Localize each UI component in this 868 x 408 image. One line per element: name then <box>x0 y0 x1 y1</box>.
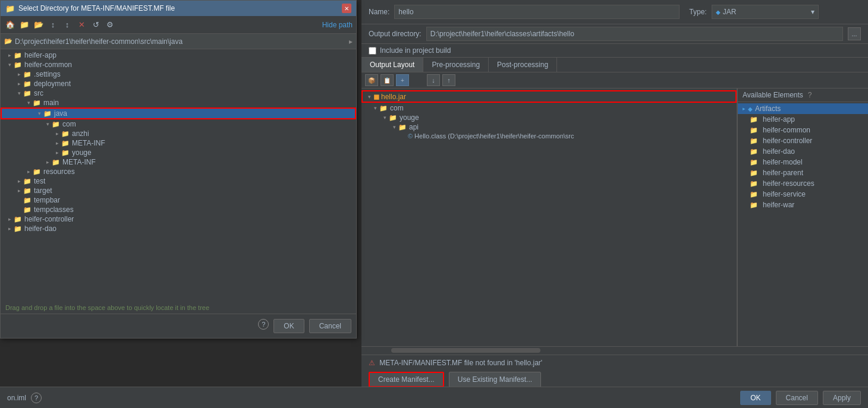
tree-item-youge[interactable]: ▾ 📁 youge <box>361 113 737 122</box>
tab-output-layout[interactable]: Output Layout <box>361 58 423 72</box>
dialog-toolbar: 🏠 📁 📂 ↕ ↕ ✕ ↺ ⚙ Hide path <box>1 16 356 34</box>
scrollbar-thumb[interactable] <box>391 348 540 353</box>
tab-pre-processing[interactable]: Pre-processing <box>423 58 489 72</box>
avail-item-heifer-resources[interactable]: 📁 heifer-resources <box>738 178 868 189</box>
hide-path-button[interactable]: Hide path <box>322 21 353 29</box>
avail-item-heifer-app[interactable]: 📁 heifer-app <box>738 114 868 125</box>
tree-item-youge[interactable]: ▸ 📁 youge <box>1 148 356 157</box>
avail-label: heifer-dao <box>763 147 795 156</box>
horizontal-scrollbar[interactable] <box>361 348 868 355</box>
arrow-icon: ▸ <box>53 150 61 156</box>
tree-label: youge <box>72 148 92 157</box>
tree-item-anzhi[interactable]: ▸ 📁 anzhi <box>1 129 356 138</box>
avail-item-heifer-model[interactable]: 📁 heifer-model <box>738 157 868 167</box>
help-button[interactable]: ? <box>258 319 269 330</box>
tree-label: META-INF <box>62 158 96 166</box>
tree-item-heifer-app[interactable]: ▸ 📁 heifer-app <box>1 50 356 60</box>
arrow-icon: ▸ <box>43 159 52 165</box>
avail-item-heifer-service[interactable]: 📁 heifer-service <box>738 189 868 200</box>
type-select[interactable]: ◆ JAR ▾ <box>712 5 819 19</box>
move-down-btn[interactable]: ↓ <box>427 74 440 86</box>
tree-item-api[interactable]: ▾ 📁 api <box>361 122 737 132</box>
tree-item-src[interactable]: ▾ 📁 src <box>1 88 356 98</box>
tree-item-main[interactable]: ▾ 📁 main <box>1 98 356 107</box>
ok-button[interactable]: OK <box>273 319 304 333</box>
delete-button[interactable]: ✕ <box>76 19 87 31</box>
folder-icon: 📁 <box>23 90 32 97</box>
status-help-button[interactable]: ? <box>31 393 42 403</box>
folder-icon: 📁 <box>23 187 32 195</box>
more-button[interactable]: ... <box>848 27 861 40</box>
folder-icon: 📁 <box>61 140 70 147</box>
use-existing-manifest-button[interactable]: Use Existing Manifest... <box>449 372 541 387</box>
folder-icon: 📁 <box>33 99 41 107</box>
avail-item-heifer-war[interactable]: 📁 heifer-war <box>738 200 868 210</box>
folder-icon: 📁 <box>23 206 32 214</box>
tree-item-heifer-dao[interactable]: ▸ 📁 heifer-dao <box>1 224 356 233</box>
tree-item-meta-inf-com[interactable]: ▸ 📁 META-INF <box>1 138 356 148</box>
tree-item-resources[interactable]: ▸ 📁 resources <box>1 167 356 176</box>
arrow-icon: ▾ <box>43 121 52 127</box>
folder-icon: 📁 <box>23 71 32 78</box>
tab-label: Output Layout <box>370 61 414 69</box>
include-checkbox[interactable] <box>369 47 376 55</box>
status-bar: on.iml ? OK Cancel Apply <box>0 387 868 408</box>
tree-item-heifer-controller[interactable]: ▸ 📁 heifer-controller <box>1 214 356 224</box>
tree-label: deployment <box>34 80 71 88</box>
folder-icon: 📁 <box>389 114 397 122</box>
cancel-button[interactable]: Cancel <box>309 319 351 333</box>
tree-label: heifer-controller <box>24 215 74 223</box>
status-cancel-button[interactable]: Cancel <box>776 391 818 405</box>
close-button[interactable]: ✕ <box>342 4 351 13</box>
avail-item-artifacts[interactable]: ▸ ◆ Artifacts <box>738 103 868 114</box>
avail-item-heifer-dao[interactable]: 📁 heifer-dao <box>738 146 868 157</box>
folder-icon: 📁 <box>23 80 32 88</box>
status-buttons: OK Cancel Apply <box>740 391 861 405</box>
avail-item-heifer-parent[interactable]: 📁 heifer-parent <box>738 167 868 178</box>
settings-button[interactable]: ⚙ <box>104 19 116 31</box>
tree-item-deployment[interactable]: ▸ 📁 deployment <box>1 79 356 88</box>
folder-icon: 📁 <box>750 201 758 209</box>
tree-item-java[interactable]: ▾ 📁 java <box>1 107 356 119</box>
home-button[interactable]: 🏠 <box>4 19 16 31</box>
tree-item-hello-jar[interactable]: ▾ ◼ hello.jar <box>361 90 737 103</box>
copy-btn[interactable]: 📋 <box>380 74 394 86</box>
dialog-folder-icon: 📁 <box>5 4 15 13</box>
refresh-button[interactable]: ↺ <box>90 19 102 31</box>
help-icon[interactable]: ? <box>808 91 812 99</box>
path-bar: 📂 ▸ <box>1 34 356 49</box>
tree-item-tempbar[interactable]: 📁 tempbar <box>1 195 356 205</box>
tree-item-target[interactable]: ▸ 📁 target <box>1 186 356 195</box>
avail-item-heifer-common[interactable]: 📁 heifer-common <box>738 125 868 135</box>
status-ok-button[interactable]: OK <box>740 391 770 405</box>
available-elements-label: Available Elements <box>743 91 803 99</box>
tree-item-tempclasses[interactable]: 📁 tempclasses <box>1 205 356 214</box>
arrow-icon: ▾ <box>5 62 14 68</box>
tree-item-heifer-common[interactable]: ▾ 📁 heifer-common <box>1 60 356 69</box>
output-dir-input[interactable] <box>426 27 843 41</box>
tree-item-hello-class[interactable]: © Hello.class (D:\project\heifer1\heifer… <box>361 132 737 140</box>
tree-item-settings[interactable]: ▸ 📁 .settings <box>1 69 356 79</box>
tree-item-meta-inf-java[interactable]: ▸ 📁 META-INF <box>1 157 356 167</box>
collapse-button[interactable]: ↕ <box>61 19 73 31</box>
new-folder-button[interactable]: 📁 <box>18 19 30 31</box>
tree-item-com[interactable]: ▾ 📁 com <box>361 103 737 113</box>
tree-item-com[interactable]: ▾ 📁 com <box>1 119 356 129</box>
arrow-icon: ▸ <box>743 106 746 112</box>
extract-btn[interactable]: 📦 <box>365 74 378 86</box>
type-field-group: Type: ◆ JAR ▾ <box>689 5 818 19</box>
move-up-btn[interactable]: ↑ <box>442 74 455 86</box>
name-input[interactable] <box>394 5 680 19</box>
folder-button2[interactable]: 📂 <box>33 19 45 31</box>
manifest-warning-text: META-INF/MANIFEST.MF file not found in '… <box>379 359 542 367</box>
tree-item-test[interactable]: ▸ 📁 test <box>1 176 356 186</box>
tree-label: META-INF <box>72 139 105 147</box>
create-manifest-button[interactable]: Create Manifest... <box>369 372 444 387</box>
expand-button[interactable]: ↕ <box>47 19 59 31</box>
status-apply-button[interactable]: Apply <box>823 391 861 405</box>
path-input[interactable] <box>15 37 347 46</box>
avail-item-heifer-controller[interactable]: 📁 heifer-controller <box>738 135 868 146</box>
tab-post-processing[interactable]: Post-processing <box>489 58 557 72</box>
add-btn[interactable]: + <box>396 74 409 86</box>
folder-icon: 📁 <box>43 110 52 118</box>
